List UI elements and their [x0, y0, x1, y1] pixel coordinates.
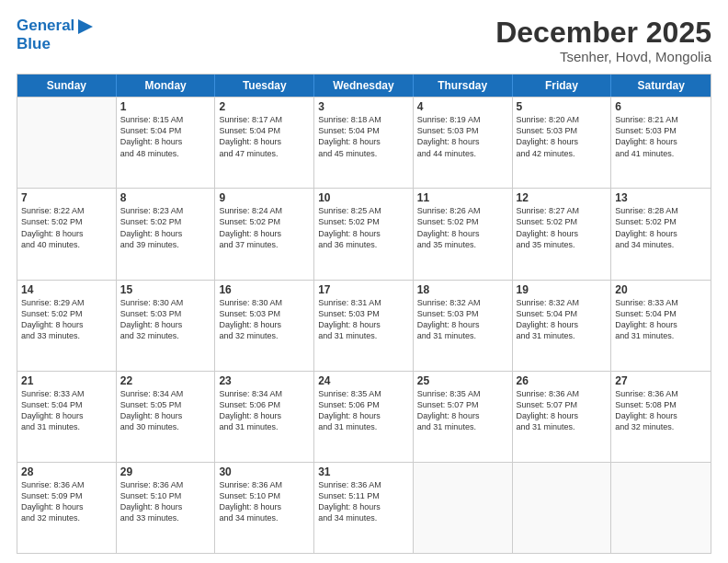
day-number: 3: [318, 100, 409, 113]
calendar-cell: 8Sunrise: 8:23 AMSunset: 5:02 PMDaylight…: [117, 189, 216, 279]
cell-info: Sunrise: 8:28 AMSunset: 5:02 PMDaylight:…: [615, 205, 707, 250]
day-number: 26: [517, 374, 608, 387]
calendar-cell: 10Sunrise: 8:25 AMSunset: 5:02 PMDayligh…: [314, 189, 414, 279]
cell-info: Sunrise: 8:35 AMSunset: 5:07 PMDaylight:…: [417, 388, 508, 433]
day-number: 15: [120, 283, 211, 296]
calendar-cell: 18Sunrise: 8:32 AMSunset: 5:03 PMDayligh…: [414, 281, 513, 371]
calendar-cell: 21Sunrise: 8:33 AMSunset: 5:04 PMDayligh…: [17, 372, 117, 462]
cell-info: Sunrise: 8:33 AMSunset: 5:04 PMDaylight:…: [21, 388, 112, 433]
cell-info: Sunrise: 8:29 AMSunset: 5:02 PMDaylight:…: [21, 297, 112, 342]
cell-info: Sunrise: 8:30 AMSunset: 5:03 PMDaylight:…: [219, 297, 310, 342]
calendar-cell: [513, 463, 612, 553]
month-title: December 2025: [495, 17, 711, 49]
calendar-cell: 26Sunrise: 8:36 AMSunset: 5:07 PMDayligh…: [513, 372, 612, 462]
day-number: 12: [517, 191, 608, 204]
day-number: 22: [120, 374, 211, 387]
cell-info: Sunrise: 8:19 AMSunset: 5:03 PMDaylight:…: [417, 114, 508, 159]
cell-info: Sunrise: 8:22 AMSunset: 5:02 PMDaylight:…: [21, 205, 112, 250]
day-number: 9: [219, 191, 310, 204]
calendar-cell: 9Sunrise: 8:24 AMSunset: 5:02 PMDaylight…: [215, 189, 314, 279]
weekday-header-thursday: Thursday: [414, 75, 513, 97]
day-number: 28: [21, 465, 112, 478]
day-number: 11: [417, 191, 508, 204]
calendar-cell: 24Sunrise: 8:35 AMSunset: 5:06 PMDayligh…: [314, 372, 414, 462]
cell-info: Sunrise: 8:34 AMSunset: 5:06 PMDaylight:…: [219, 388, 310, 433]
cell-info: Sunrise: 8:36 AMSunset: 5:07 PMDaylight:…: [517, 388, 608, 433]
weekday-header-tuesday: Tuesday: [215, 75, 314, 97]
weekday-header-friday: Friday: [513, 75, 612, 97]
calendar-cell: 27Sunrise: 8:36 AMSunset: 5:08 PMDayligh…: [611, 372, 711, 462]
calendar-row-2: 14Sunrise: 8:29 AMSunset: 5:02 PMDayligh…: [17, 280, 711, 371]
cell-info: Sunrise: 8:32 AMSunset: 5:04 PMDaylight:…: [517, 297, 608, 342]
cell-info: Sunrise: 8:36 AMSunset: 5:09 PMDaylight:…: [21, 479, 112, 524]
calendar-cell: 25Sunrise: 8:35 AMSunset: 5:07 PMDayligh…: [414, 372, 513, 462]
calendar-cell: 3Sunrise: 8:18 AMSunset: 5:04 PMDaylight…: [314, 98, 414, 188]
logo: General Blue: [17, 17, 95, 52]
cell-info: Sunrise: 8:33 AMSunset: 5:04 PMDaylight:…: [615, 297, 707, 342]
day-number: 19: [517, 283, 608, 296]
calendar-cell: 13Sunrise: 8:28 AMSunset: 5:02 PMDayligh…: [611, 189, 711, 279]
day-number: 1: [120, 100, 211, 113]
calendar-cell: 14Sunrise: 8:29 AMSunset: 5:02 PMDayligh…: [17, 281, 117, 371]
calendar-cell: 31Sunrise: 8:36 AMSunset: 5:11 PMDayligh…: [314, 463, 414, 553]
cell-info: Sunrise: 8:25 AMSunset: 5:02 PMDaylight:…: [318, 205, 409, 250]
calendar-cell: [611, 463, 711, 553]
cell-info: Sunrise: 8:35 AMSunset: 5:06 PMDaylight:…: [318, 388, 409, 433]
cell-info: Sunrise: 8:30 AMSunset: 5:03 PMDaylight:…: [120, 297, 211, 342]
header: General Blue December 2025 Tsenher, Hovd…: [17, 17, 711, 64]
calendar-cell: 12Sunrise: 8:27 AMSunset: 5:02 PMDayligh…: [513, 189, 612, 279]
day-number: 8: [120, 191, 211, 204]
cell-info: Sunrise: 8:34 AMSunset: 5:05 PMDaylight:…: [120, 388, 211, 433]
calendar-cell: 7Sunrise: 8:22 AMSunset: 5:02 PMDaylight…: [17, 189, 117, 279]
day-number: 23: [219, 374, 310, 387]
calendar-cell: 17Sunrise: 8:31 AMSunset: 5:03 PMDayligh…: [314, 281, 414, 371]
day-number: 21: [21, 374, 112, 387]
day-number: 4: [417, 100, 508, 113]
calendar-body: 1Sunrise: 8:15 AMSunset: 5:04 PMDaylight…: [17, 97, 711, 553]
cell-info: Sunrise: 8:36 AMSunset: 5:10 PMDaylight:…: [120, 479, 211, 524]
calendar-cell: 1Sunrise: 8:15 AMSunset: 5:04 PMDaylight…: [117, 98, 216, 188]
weekday-header-monday: Monday: [117, 75, 216, 97]
calendar-header: SundayMondayTuesdayWednesdayThursdayFrid…: [17, 75, 711, 97]
day-number: 27: [615, 374, 707, 387]
cell-info: Sunrise: 8:36 AMSunset: 5:10 PMDaylight:…: [219, 479, 310, 524]
day-number: 29: [120, 465, 211, 478]
logo-blue: Blue: [17, 35, 95, 53]
cell-info: Sunrise: 8:21 AMSunset: 5:03 PMDaylight:…: [615, 114, 707, 159]
cell-info: Sunrise: 8:31 AMSunset: 5:03 PMDaylight:…: [318, 297, 409, 342]
calendar-cell: 15Sunrise: 8:30 AMSunset: 5:03 PMDayligh…: [117, 281, 216, 371]
logo-flag-icon: [76, 19, 95, 34]
cell-info: Sunrise: 8:26 AMSunset: 5:02 PMDaylight:…: [417, 205, 508, 250]
calendar-cell: 2Sunrise: 8:17 AMSunset: 5:04 PMDaylight…: [215, 98, 314, 188]
day-number: 17: [318, 283, 409, 296]
calendar-cell: 20Sunrise: 8:33 AMSunset: 5:04 PMDayligh…: [611, 281, 711, 371]
cell-info: Sunrise: 8:18 AMSunset: 5:04 PMDaylight:…: [318, 114, 409, 159]
cell-info: Sunrise: 8:23 AMSunset: 5:02 PMDaylight:…: [120, 205, 211, 250]
calendar-cell: 22Sunrise: 8:34 AMSunset: 5:05 PMDayligh…: [117, 372, 216, 462]
calendar-cell: 16Sunrise: 8:30 AMSunset: 5:03 PMDayligh…: [215, 281, 314, 371]
calendar-cell: [414, 463, 513, 553]
day-number: 31: [318, 465, 409, 478]
day-number: 18: [417, 283, 508, 296]
day-number: 25: [417, 374, 508, 387]
day-number: 7: [21, 191, 112, 204]
calendar-cell: 19Sunrise: 8:32 AMSunset: 5:04 PMDayligh…: [513, 281, 612, 371]
page: General Blue December 2025 Tsenher, Hovd…: [0, 0, 728, 563]
cell-info: Sunrise: 8:24 AMSunset: 5:02 PMDaylight:…: [219, 205, 310, 250]
calendar-row-1: 7Sunrise: 8:22 AMSunset: 5:02 PMDaylight…: [17, 188, 711, 279]
calendar-cell: [17, 98, 117, 188]
calendar-cell: 6Sunrise: 8:21 AMSunset: 5:03 PMDaylight…: [611, 98, 711, 188]
cell-info: Sunrise: 8:32 AMSunset: 5:03 PMDaylight:…: [417, 297, 508, 342]
day-number: 6: [615, 100, 707, 113]
calendar-cell: 28Sunrise: 8:36 AMSunset: 5:09 PMDayligh…: [17, 463, 117, 553]
calendar-cell: 30Sunrise: 8:36 AMSunset: 5:10 PMDayligh…: [215, 463, 314, 553]
calendar-cell: 23Sunrise: 8:34 AMSunset: 5:06 PMDayligh…: [215, 372, 314, 462]
day-number: 14: [21, 283, 112, 296]
day-number: 16: [219, 283, 310, 296]
calendar-cell: 11Sunrise: 8:26 AMSunset: 5:02 PMDayligh…: [414, 189, 513, 279]
cell-info: Sunrise: 8:20 AMSunset: 5:03 PMDaylight:…: [517, 114, 608, 159]
day-number: 2: [219, 100, 310, 113]
day-number: 20: [615, 283, 707, 296]
svg-marker-0: [78, 19, 93, 34]
title-block: December 2025 Tsenher, Hovd, Mongolia: [495, 17, 711, 64]
